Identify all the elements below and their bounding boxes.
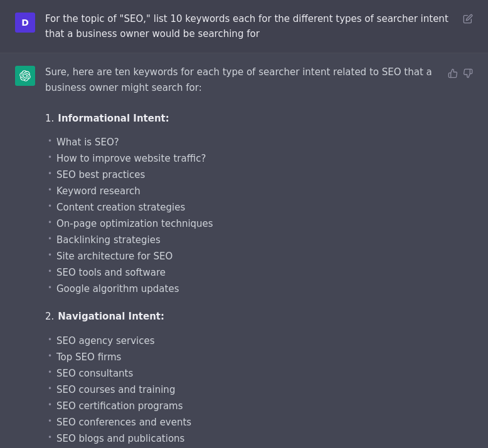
list-item: SEO certification programs [45,399,438,414]
list-item: Top SEO firms [45,350,438,365]
list-item: SEO conferences and events [45,415,438,430]
list-item: SEO best practices [45,167,438,182]
section-2-heading: Navigational Intent: [58,309,164,325]
user-message-body: For the topic of "SEO," list 10 keywords… [45,13,448,39]
assistant-message-content: Sure, here are ten keywords for each typ… [45,65,438,448]
list-item: SEO blogs and publications [45,431,438,446]
assistant-message-actions [448,67,473,83]
section-2-number: 2. [45,309,54,325]
user-message-actions [463,14,473,28]
assistant-message: Sure, here are ten keywords for each typ… [0,53,488,448]
chatgpt-logo-icon [19,70,31,81]
list-item: Content creation strategies [45,200,438,215]
section-informational: 1. Informational Intent: What is SEO? Ho… [45,105,438,297]
list-item: Backlinking strategies [45,232,438,247]
thumbup-icon[interactable] [448,67,458,83]
assistant-intro: Sure, here are ten keywords for each typ… [45,65,438,96]
list-item: SEO tools and software [45,265,438,280]
section-1-title: 1. Informational Intent: [45,105,438,132]
user-message-text: For the topic of "SEO," list 10 keywords… [45,11,453,41]
list-item: Site architecture for SEO [45,249,438,264]
list-item: Keyword research [45,184,438,199]
section-1-list: What is SEO? How to improve website traf… [45,135,438,296]
section-2-list: SEO agency services Top SEO firms SEO co… [45,333,438,446]
thumbdown-icon[interactable] [463,67,473,83]
list-item: What is SEO? [45,135,438,150]
section-2-title: 2. Navigational Intent: [45,303,438,330]
section-1-number: 1. [45,111,54,127]
chat-container: D For the topic of "SEO," list 10 keywor… [0,0,488,448]
user-avatar-letter: D [21,16,29,29]
user-message: D For the topic of "SEO," list 10 keywor… [0,0,488,53]
user-avatar: D [15,13,35,33]
list-item: SEO agency services [45,333,438,348]
list-item: Google algorithm updates [45,281,438,296]
edit-icon[interactable] [463,14,473,28]
list-item: SEO consultants [45,366,438,381]
list-item: SEO courses and training [45,382,438,397]
list-item: How to improve website traffic? [45,151,438,166]
section-1-heading: Informational Intent: [58,111,169,127]
list-item: On-page optimization techniques [45,216,438,231]
section-navigational: 2. Navigational Intent: SEO agency servi… [45,303,438,446]
assistant-avatar [15,66,35,86]
